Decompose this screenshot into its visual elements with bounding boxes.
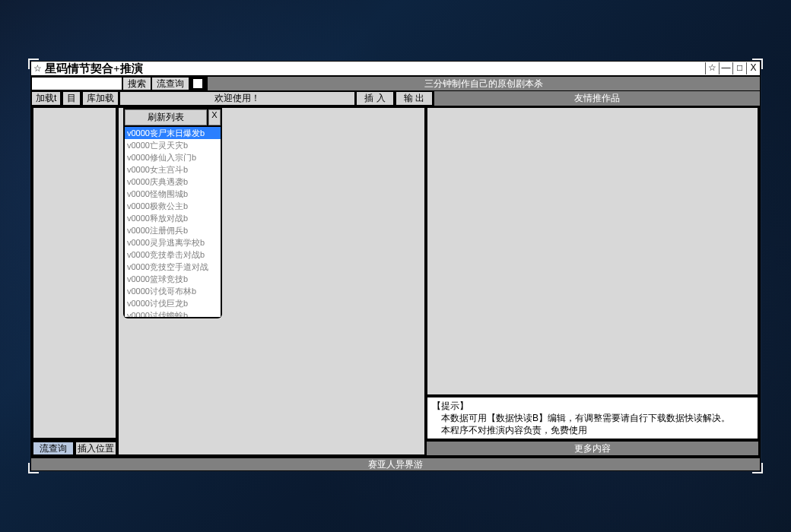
scenario-list-item[interactable]: v0000注册佣兵b xyxy=(125,224,221,236)
scenario-list-item[interactable]: v0000怪物围城b xyxy=(125,188,221,200)
toolbar: 搜索 流查询 三分钟制作自己的原创剧本杀 xyxy=(31,77,760,90)
scenario-list-item[interactable]: v0000亡灵天灾b xyxy=(125,139,221,151)
middle-panel: 刷新列表 X v0000丧尸末日爆发bv0000亡灵天灾bv0000修仙入宗门b… xyxy=(118,107,425,455)
window-title: 星码情节契合+推演 xyxy=(43,62,705,76)
titlebar: ☆ 星码情节契合+推演 ☆ — □ X xyxy=(31,62,760,77)
left-bottom-buttons: 流查询 插入位置 xyxy=(31,440,118,457)
left-column: 流查询 插入位置 xyxy=(31,106,118,457)
catalog-button[interactable]: 目 xyxy=(62,91,81,106)
hint-title: 【提示】 xyxy=(432,400,753,412)
output-button[interactable]: 输 出 xyxy=(396,91,433,106)
scenario-list-panel: 刷新列表 X v0000丧尸末日爆发bv0000亡灵天灾bv0000修仙入宗门b… xyxy=(123,108,222,318)
welcome-text: 欢迎使用！ xyxy=(120,91,354,106)
scenario-list-item[interactable]: v0000讨伐哥布林b xyxy=(125,285,221,297)
insert-button[interactable]: 插 入 xyxy=(356,91,393,106)
refresh-list-button[interactable]: 刷新列表 xyxy=(125,109,207,125)
scenario-list-item[interactable]: v0000释放对战b xyxy=(125,212,221,224)
insert-position-button[interactable]: 插入位置 xyxy=(75,442,116,455)
app-window: ☆ 星码情节契合+推演 ☆ — □ X 搜索 流查询 三分钟制作自己的原创剧本杀… xyxy=(30,61,761,471)
scenario-list-item[interactable]: v0000灵异逃离学校b xyxy=(125,236,221,249)
toolbar-checkbox[interactable] xyxy=(192,78,203,89)
main-body: 流查询 插入位置 刷新列表 X v0000丧尸末日爆发bv0000亡灵天灾bv0… xyxy=(31,106,760,457)
scenario-listbox[interactable]: v0000丧尸末日爆发bv0000亡灵天灾bv0000修仙入宗门bv0000女主… xyxy=(125,127,221,317)
scenario-list-item[interactable]: v0000讨伐巨龙b xyxy=(125,297,221,309)
scenario-list-item[interactable]: v0000讨伐蟾蜍b xyxy=(125,309,221,317)
scenario-list-item[interactable]: v0000竞技空手道对战 xyxy=(125,261,221,273)
scenario-list-item[interactable]: v0000修仙入宗门b xyxy=(125,151,221,163)
left-flow-query-button[interactable]: 流查询 xyxy=(33,442,74,455)
load-button[interactable]: 加载t xyxy=(31,91,61,106)
scenario-list-item[interactable]: v0000极救公主b xyxy=(125,200,221,212)
hint-line2: 本程序不对推演内容负责，免费使用 xyxy=(432,424,753,436)
secondary-toolbar: 加载t 目 库加载 欢迎使用！ 插 入 输 出 友情推作品 xyxy=(31,90,760,106)
app-icon: ☆ xyxy=(31,63,43,74)
scenario-list-item[interactable]: v0000女主宫斗b xyxy=(125,163,221,176)
minimize-button[interactable]: — xyxy=(719,62,732,74)
more-content-button[interactable]: 更多内容 xyxy=(427,442,758,455)
banner-text: 三分钟制作自己的原创剧本杀 xyxy=(206,77,760,90)
recommend-header: 友情推作品 xyxy=(433,91,760,106)
close-list-button[interactable]: X xyxy=(208,109,221,125)
flow-query-button[interactable]: 流查询 xyxy=(151,77,189,90)
hint-panel: 【提示】 本数据可用【数据快读B】编辑，有调整需要请自行下载数据快读解决。 本程… xyxy=(427,397,758,439)
library-load-button[interactable]: 库加载 xyxy=(82,91,119,106)
search-button[interactable]: 搜索 xyxy=(122,77,151,90)
scenario-list-item[interactable]: v0000丧尸末日爆发b xyxy=(125,127,221,139)
footer-text: 赛亚人异界游 xyxy=(31,457,760,470)
left-panel xyxy=(33,107,116,439)
window-controls: ☆ — □ X xyxy=(705,62,760,74)
maximize-button[interactable]: □ xyxy=(732,62,746,74)
favorite-button[interactable]: ☆ xyxy=(705,62,719,74)
scenario-list-item[interactable]: v0000篮球竞技b xyxy=(125,273,221,285)
hint-line1: 本数据可用【数据快读B】编辑，有调整需要请自行下载数据快读解决。 xyxy=(432,412,753,424)
right-output-panel[interactable] xyxy=(427,107,758,395)
scenario-list-item[interactable]: v0000竞技拳击对战b xyxy=(125,249,221,261)
close-button[interactable]: X xyxy=(746,62,760,74)
search-input[interactable] xyxy=(31,77,122,90)
right-column: 【提示】 本数据可用【数据快读B】编辑，有调整需要请自行下载数据快读解决。 本程… xyxy=(427,106,760,457)
middle-column: 刷新列表 X v0000丧尸末日爆发bv0000亡灵天灾bv0000修仙入宗门b… xyxy=(118,106,427,457)
scenario-list-item[interactable]: v0000庆典遇袭b xyxy=(125,176,221,188)
